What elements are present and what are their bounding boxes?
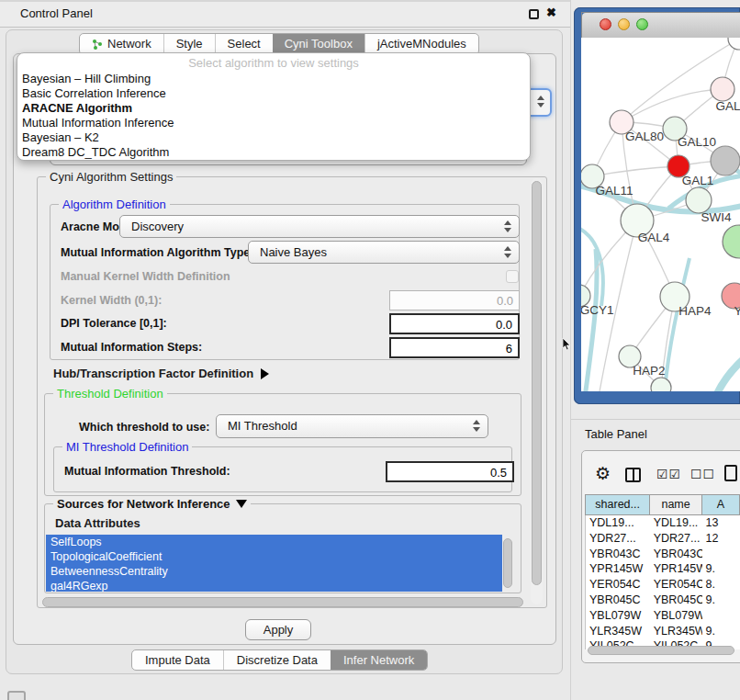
mouse-cursor (562, 338, 572, 351)
algorithm-option-mutual-information-inference[interactable]: Mutual Information Inference (17, 116, 530, 130)
table-row[interactable]: YLR345WYLR345W9. (586, 624, 740, 639)
algorithm-dropdown-placeholder: Select algorithm to view settings (17, 56, 530, 72)
combo-spinner-icon (473, 420, 481, 432)
expanded-arrow-icon (236, 500, 247, 508)
table-cell: YDL19... (586, 515, 650, 531)
manual-kernel-width-checkbox[interactable] (506, 270, 519, 283)
table-cell: YLR345W (650, 624, 702, 639)
attribute-item-betweennesscentrality[interactable]: BetweennessCentrality (46, 564, 502, 579)
algorithm-option-bayesian-hill-climbing[interactable]: Bayesian – Hill Climbing (17, 72, 530, 86)
tab-label: Style (176, 34, 203, 54)
settings-horizontal-scrollbar-thumb[interactable] (42, 597, 523, 607)
table-cell: YER054C (586, 577, 650, 593)
column-header-shared-[interactable]: shared... (586, 495, 649, 514)
mi-threshold-field[interactable]: 0.5 (386, 461, 514, 482)
tab-infer-network[interactable]: Infer Network (331, 650, 427, 670)
minimize-traffic-light-icon[interactable] (618, 18, 630, 30)
aracne-mode-value: Discovery (131, 220, 184, 233)
table-panel-divider (571, 419, 740, 420)
network-node[interactable] (723, 225, 740, 258)
tab-label: Network (107, 34, 151, 54)
table-cell: YBR045C (650, 593, 702, 608)
network-node[interactable] (711, 146, 740, 175)
settings-vertical-scrollbar-thumb[interactable] (532, 181, 542, 585)
mi-steps-label: Mutual Information Steps: (61, 341, 202, 354)
hub-definition-expander[interactable]: Hub/Transcription Factor Definition (53, 367, 269, 380)
table-cell: 12 (702, 531, 740, 547)
node-label: GAL (715, 99, 740, 113)
mi-algorithm-type-value: Naive Bayes (260, 245, 327, 259)
dpi-tolerance-field[interactable]: 0.0 (389, 313, 520, 334)
table-cell: YBR045C (586, 593, 650, 608)
sources-title: Sources for Network Inference (57, 497, 230, 511)
corner-widget-icon[interactable] (7, 691, 26, 700)
close-traffic-light-icon[interactable] (600, 18, 611, 30)
gear-icon[interactable]: ⚙ (595, 464, 611, 484)
document-icon[interactable] (724, 465, 737, 481)
tab-network[interactable]: Network (80, 34, 163, 54)
table-cell: 9. (702, 593, 740, 608)
tab-jactivemnodules[interactable]: jActiveMNodules (364, 34, 478, 54)
algorithm-option-basic-correlation-inference[interactable]: Basic Correlation Inference (17, 86, 530, 101)
table-row[interactable]: YDR27...YDR27...12 (586, 531, 740, 547)
network-node-swi4[interactable] (686, 187, 712, 213)
table-cell: YER054C (650, 577, 702, 593)
network-icon (92, 39, 103, 50)
tab-discretize-data[interactable]: Discretize Data (223, 650, 331, 670)
which-threshold-combo[interactable]: MI Threshold (216, 414, 488, 438)
attribute-item-topologicalcoefficient[interactable]: TopologicalCoefficient (46, 549, 502, 564)
which-threshold-label: Which threshold to use: (79, 421, 209, 434)
column-header-a[interactable]: A (701, 495, 739, 514)
zoom-traffic-light-icon[interactable] (636, 18, 648, 30)
attribute-item-selfloops[interactable]: SelfLoops (46, 535, 502, 549)
kernel-width-field[interactable]: 0.0 (389, 290, 520, 310)
algorithm-option-aracne-algorithm[interactable]: ARACNE Algorithm (17, 101, 530, 116)
mi-threshold-definition-title: MI Threshold Definition (62, 440, 192, 454)
network-node[interactable] (728, 38, 740, 50)
table-row[interactable]: YBL079WYBL079W (586, 608, 740, 624)
aracne-mode-combo[interactable]: Discovery (119, 215, 520, 238)
node-label: GAL1 (682, 174, 714, 187)
tab-select[interactable]: Select (215, 34, 273, 54)
table-row[interactable]: YBR045CYBR045C9. (586, 593, 740, 608)
column-header-name[interactable]: name (649, 495, 701, 514)
table-row[interactable]: YER054CYER054C8. (586, 577, 740, 593)
attribute-item-gal4rgexp[interactable]: gal4RGexp (46, 579, 502, 592)
table-horizontal-scrollbar-thumb[interactable] (588, 646, 734, 655)
tab-label: Select (228, 34, 261, 54)
close-icon[interactable]: ✖ (546, 6, 556, 19)
node-label: GAL4 (638, 231, 670, 244)
mi-algorithm-type-combo[interactable]: Naive Bayes (248, 241, 520, 264)
table-cell: YLR345W (586, 624, 650, 639)
node-label: SWI4 (701, 210, 731, 224)
algorithm-option-bayesian-k2[interactable]: Bayesian – K2 (17, 130, 530, 145)
table-row[interactable]: YPR145WYPR145W9. (586, 561, 740, 577)
table-cell: YBL079W (586, 608, 650, 624)
table-cell: YDL19... (650, 515, 702, 531)
node-label: GAL11 (595, 184, 633, 198)
tab-cyni-toolbox[interactable]: Cyni Toolbox (273, 34, 364, 54)
algorithm-option-dream8-dc-tdc-algorithm[interactable]: Dream8 DC_TDC Algorithm (17, 145, 530, 160)
apply-button[interactable]: Apply (245, 619, 311, 640)
split-columns-icon[interactable] (625, 468, 641, 482)
sources-expander: Sources for Network Inference (53, 497, 251, 511)
data-attributes-list: SelfLoopsTopologicalCoefficientBetweenne… (46, 535, 502, 592)
network-node[interactable] (651, 378, 671, 391)
tab-impute-data[interactable]: Impute Data (132, 650, 223, 670)
data-attributes-label: Data Attributes (55, 516, 140, 530)
unchecked-boxes-icon[interactable]: ☐☐ (690, 467, 715, 481)
table-row[interactable]: YDL19...YDL19...13 (586, 515, 740, 531)
network-canvas[interactable]: GALGAL80GAL10GAL1GAL11GAL4SWI4GCY1HAP4YH… (581, 38, 740, 391)
checked-boxes-icon[interactable]: ☑☑ (656, 467, 681, 481)
float-window-icon[interactable] (529, 9, 539, 19)
tab-style[interactable]: Style (163, 34, 215, 54)
mi-steps-field[interactable]: 6 (389, 337, 520, 358)
attributes-scrollbar-thumb[interactable] (503, 538, 512, 588)
algorithm-dropdown: Select algorithm to view settings Bayesi… (17, 52, 531, 161)
table-cell (702, 608, 740, 624)
table-cell: YBL079W (650, 608, 702, 624)
table-cell: YBR043C (650, 547, 702, 562)
network-node-gal[interactable] (711, 77, 734, 101)
table-body: YDL19...YDL19...13YDR27...YDR27...12YBR0… (585, 515, 740, 649)
table-row[interactable]: YBR043CYBR043C (586, 547, 740, 562)
